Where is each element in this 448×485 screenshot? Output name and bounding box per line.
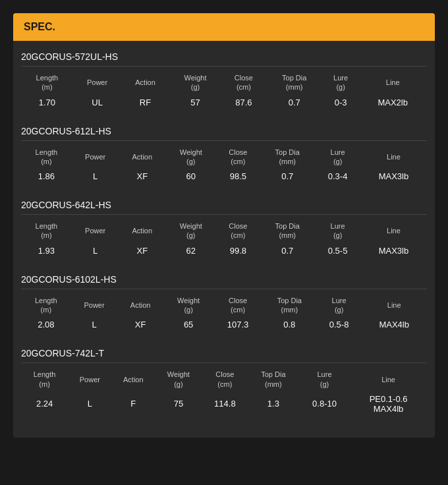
table-cell: 62 [165,243,217,258]
col-header: Action [119,219,166,243]
table-cell: 65 [163,317,213,332]
table-cell: 87.6 [221,95,266,110]
col-header: Weight(g) [165,145,217,169]
divider [21,289,427,289]
col-header: Close(cm) [221,71,266,95]
spec-table: Length(m)PowerActionWeight(g)Close(cm)To… [21,219,427,258]
col-header: Top Dia(mm) [260,145,315,169]
table-cell: XF [119,243,166,258]
table-cell: 0.7 [260,243,315,258]
rod-section: 20GCORUS-572UL-HSLength(m)PowerActionWei… [21,46,427,110]
table-cell: 114.8 [202,391,248,416]
col-header: Top Dia(mm) [248,367,299,391]
col-header: Top Dia(mm) [266,71,323,95]
col-header: Lure(g) [315,219,360,243]
table-cell: 98.5 [217,169,260,184]
col-header: Length(m) [21,219,72,243]
col-header: Weight(g) [165,219,217,243]
col-header: Top Dia(mm) [260,219,315,243]
table-cell: L [72,243,119,258]
table-cell: 0.3-4 [315,169,360,184]
table-cell: 2.08 [21,317,71,332]
col-header: Lure(g) [315,145,360,169]
spec-table: Length(m)PowerActionWeight(g)Close(cm)To… [21,145,427,185]
rod-name: 20GCORUS-742L-T [21,343,427,361]
divider [21,214,427,215]
col-header: Top Dia(mm) [262,293,317,318]
col-header: Length(m) [21,293,71,318]
table-cell: 99.8 [217,243,260,258]
rod-name: 20GCORUS-642L-HS [21,194,427,213]
table-cell: 107.3 [213,317,262,332]
table-cell: 0.7 [260,169,315,184]
table-cell: 1.93 [21,243,72,258]
rod-name: 20GCORUS-612L-HS [21,121,427,139]
table-cell: 0.7 [266,95,323,110]
divider [21,66,427,67]
rod-name: 20GCORUS-6102L-HS [21,269,427,287]
col-header: Lure(g) [323,71,358,95]
rod-name: 20GCORUS-572UL-HS [21,46,427,65]
table-cell: RF [121,95,169,110]
table-cell: 60 [165,169,217,184]
table-cell: MAX4lb [361,317,427,332]
col-header: Line [360,219,427,243]
table-cell: 0.5-5 [315,243,360,258]
rod-section: 20GCORUS-612L-HSLength(m)PowerActionWeig… [21,121,427,185]
spec-header: SPEC. [13,13,435,41]
table-cell: 1.86 [21,169,72,184]
spec-container: SPEC. 20GCORUS-572UL-HSLength(m)PowerAct… [13,13,435,438]
table-row: 1.86LXF6098.50.70.3-4MAX3lb [21,169,427,184]
table-cell: PE0.1-0.6MAX4lb [350,391,427,416]
col-header: Lure(g) [299,367,350,391]
table-cell: 57 [169,95,222,110]
col-header: Power [71,293,118,318]
col-header: Action [117,293,163,318]
rod-section: 20GCORUS-742L-TLength(m)PowerActionWeigh… [21,343,427,416]
col-header: Length(m) [21,145,72,169]
col-header: Line [350,367,427,391]
col-header: Length(m) [21,367,68,391]
table-cell: 2.24 [21,391,68,416]
spec-table: Length(m)PowerActionWeight(g)Close(cm)To… [21,367,427,416]
divider [21,140,427,141]
col-header: Weight(g) [155,367,202,391]
table-cell: UL [73,95,122,110]
col-header: Close(cm) [202,367,248,391]
col-header: Length(m) [21,71,73,95]
table-cell: 0.8-10 [299,391,350,416]
table-row: 1.70ULRF5787.60.70-3MAX2lb [21,95,427,110]
table-cell: MAX3lb [360,243,427,258]
divider [21,362,427,363]
table-cell: XF [119,169,166,184]
spec-body: 20GCORUS-572UL-HSLength(m)PowerActionWei… [13,41,435,438]
table-cell: 0-3 [323,95,358,110]
table-row: 2.08LXF65107.30.80.5-8MAX4lb [21,317,427,332]
table-cell: L [71,317,118,332]
table-cell: F [112,391,155,416]
col-header: Power [72,219,119,243]
table-cell: XF [117,317,163,332]
table-cell: 1.70 [21,95,73,110]
col-header: Weight(g) [169,71,222,95]
table-cell: L [72,169,119,184]
rod-section: 20GCORUS-6102L-HSLength(m)PowerActionWei… [21,269,427,333]
table-cell: MAX2lb [358,95,427,110]
table-cell: 0.8 [262,317,317,332]
col-header: Action [119,145,166,169]
col-header: Action [112,367,155,391]
col-header: Line [361,293,427,318]
col-header: Power [68,367,111,391]
table-cell: 75 [155,391,202,416]
spec-title: SPEC. [24,21,55,32]
table-cell: 1.3 [248,391,299,416]
col-header: Close(cm) [217,219,260,243]
col-header: Line [360,145,427,169]
col-header: Weight(g) [163,293,213,318]
col-header: Line [358,71,427,95]
rod-section: 20GCORUS-642L-HSLength(m)PowerActionWeig… [21,194,427,258]
col-header: Power [72,145,119,169]
table-cell: MAX3lb [360,169,427,184]
spec-table: Length(m)PowerActionWeight(g)Close(cm)To… [21,293,427,333]
table-row: 1.93LXF6299.80.70.5-5MAX3lb [21,243,427,258]
